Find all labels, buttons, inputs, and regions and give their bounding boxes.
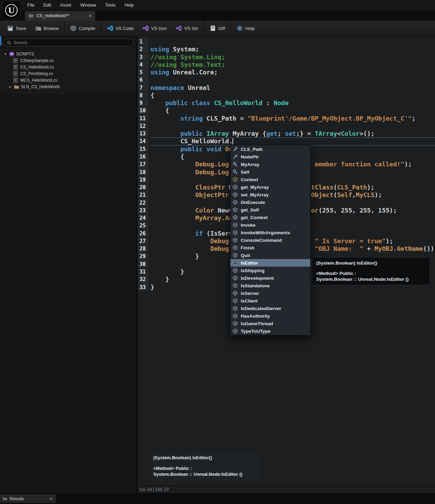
code-line-12[interactable]: 12: [138, 122, 435, 130]
code-line-6[interactable]: 6: [138, 76, 435, 84]
autocomplete-item-isgamethread[interactable]: IsGameThread: [230, 320, 310, 327]
menu-window[interactable]: Window: [76, 0, 101, 10]
autocomplete-item-cls_path[interactable]: CLS_Path: [230, 145, 310, 153]
autocomplete-label: NodePtr: [241, 154, 259, 160]
results-tab[interactable]: Results ✕: [0, 494, 56, 503]
autocomplete-item-isserver[interactable]: IsServer: [230, 289, 310, 297]
code-line-9[interactable]: 9 public class CS_HelloWorld : Node: [138, 99, 435, 107]
diff-button[interactable]: Diff: [205, 21, 229, 36]
autocomplete-item-isdevelopment[interactable]: IsDevelopment: [230, 274, 310, 282]
code-line-13[interactable]: 13 public IArray MyArray {get; set;} = T…: [138, 130, 435, 137]
method-icon: [232, 313, 238, 319]
autocomplete-item-get_context[interactable]: get_Context: [230, 214, 310, 221]
autocomplete-item-set_myarray[interactable]: set_MyArray: [230, 191, 310, 198]
browse-label: Browse: [44, 26, 59, 31]
code-text: using Unreal.Core;: [151, 69, 435, 76]
cs-file-icon: [13, 58, 18, 63]
save-button[interactable]: Save: [3, 21, 31, 36]
search-icon: [7, 41, 11, 45]
tree-file-item[interactable]: MCS_HelloWorld.cs: [0, 77, 136, 83]
code-line-5[interactable]: 5using Unreal.Core;: [138, 69, 435, 76]
code-line-14[interactable]: 14 CS_HelloWorld.: [138, 137, 435, 145]
autocomplete-item-invoke[interactable]: Invoke: [230, 221, 310, 229]
help-icon: [237, 25, 243, 31]
vscode-button[interactable]: VS Code: [103, 21, 138, 36]
autocomplete-item-isshipping[interactable]: IsShipping: [230, 267, 310, 274]
autocomplete-label: get_MyArray: [241, 185, 269, 190]
autocomplete-item-myarray[interactable]: MyArray: [230, 161, 310, 168]
field-icon: [232, 154, 238, 160]
autocomplete-label: get_Context: [241, 215, 268, 220]
line-number: 28: [138, 245, 148, 253]
help-button[interactable]: Help: [232, 21, 259, 36]
autocomplete-item-isstandalone[interactable]: IsStandalone: [230, 282, 310, 289]
cursor-position: Ln: 14 | Col: 17: [140, 487, 169, 492]
autocomplete-item-isclient[interactable]: IsClient: [230, 297, 310, 305]
line-number: 20: [138, 184, 148, 191]
menu-tools[interactable]: Tools: [101, 0, 120, 10]
tree-folder-item[interactable]: ▸SLN_CS_HelloWorld: [0, 83, 136, 90]
vssln-button[interactable]: VS Sln: [171, 21, 203, 36]
autocomplete-item-isdedicatedserver[interactable]: IsDedicatedServer: [230, 305, 310, 312]
autocomplete-item-typetoutype[interactable]: TypeToUType: [230, 327, 310, 335]
tree-file-item[interactable]: CS_HelloWorld.cs: [0, 64, 136, 70]
autocomplete-item-quit[interactable]: Quit: [230, 251, 310, 259]
menu-edit[interactable]: Edit: [39, 0, 55, 10]
code-text: public class CS_HelloWorld : Node: [151, 99, 435, 107]
chevron-right-icon[interactable]: ▸: [8, 85, 12, 89]
chevron-down-icon[interactable]: ▾: [3, 52, 7, 56]
line-number: 25: [138, 222, 148, 229]
line-number: 33: [138, 284, 148, 291]
vssln-label: VS Sln: [184, 26, 198, 31]
close-icon[interactable]: ✕: [50, 496, 53, 501]
code-line-11[interactable]: 11 string CLS_Path = "Blueprint'/Game/BP…: [138, 115, 435, 122]
tab-cs-helloworld[interactable]: C# CS_HelloWorld** ✕: [25, 11, 95, 21]
search-input[interactable]: [13, 40, 130, 45]
browse-button[interactable]: Browse: [31, 21, 63, 36]
autocomplete-label: IsDedicatedServer: [241, 306, 281, 311]
line-number: 12: [138, 122, 148, 130]
code-line-8[interactable]: 8{: [138, 92, 435, 99]
code-line-7[interactable]: 7namespace Unreal: [138, 84, 435, 92]
toolbar-separator: [101, 21, 102, 36]
code-text: using System;: [151, 45, 435, 53]
autocomplete-item-invokewitharguments[interactable]: InvokeWithArguments: [230, 229, 310, 236]
method-icon: [232, 192, 238, 197]
autocomplete-item-context[interactable]: Context: [230, 176, 310, 183]
autocomplete-label: get_Self: [241, 207, 259, 213]
autocomplete-item-get_self[interactable]: get_Self: [230, 206, 310, 214]
menu-file[interactable]: File: [23, 0, 39, 10]
menu-asset[interactable]: Asset: [55, 0, 76, 10]
method-icon: [232, 283, 238, 288]
tree-file-item[interactable]: CSharpSample.cs: [0, 57, 136, 64]
code-text: namespace Unreal: [151, 84, 435, 92]
signature-help-modifier: <Method> Public :: [153, 466, 257, 471]
code-line-2[interactable]: 2using System;: [138, 45, 435, 53]
autocomplete-item-nodeptr[interactable]: NodePtr: [230, 153, 310, 161]
compile-button[interactable]: Compile: [66, 21, 100, 36]
vsgen-button[interactable]: VS Gen: [138, 21, 172, 36]
code-line-3[interactable]: 3//using System.Linq;: [138, 53, 435, 61]
autocomplete-item-iseditor[interactable]: IsEditor: [230, 259, 310, 267]
code-line-10[interactable]: 10 {: [138, 107, 435, 114]
autocomplete-item-onexecute[interactable]: OnExecute: [230, 198, 310, 206]
autocomplete-item-hasauthority[interactable]: HasAuthority: [230, 312, 310, 320]
tree-root-scripts[interactable]: ▾C#SCRIPTS: [0, 51, 136, 57]
autocomplete-item-get_myarray[interactable]: get_MyArray: [230, 183, 310, 191]
autocomplete-item-finish[interactable]: Finish: [230, 244, 310, 251]
menu-help[interactable]: Help: [120, 0, 138, 10]
line-number: 29: [138, 253, 148, 260]
tree-file-item[interactable]: CS_PrintString.cs: [0, 70, 136, 77]
search-box[interactable]: [3, 39, 134, 47]
autocomplete-item-consolecommand[interactable]: ConsoleCommand: [230, 236, 310, 244]
line-number: 2: [138, 45, 148, 53]
toolbar-separator: [230, 21, 231, 36]
code-line-4[interactable]: 4//using System.Text;: [138, 61, 435, 69]
tooltip-definition: System.Boolean :: Unreal.Node:IsEditor (…: [316, 277, 426, 282]
method-icon: [232, 298, 238, 304]
close-icon[interactable]: ✕: [89, 13, 92, 18]
unreal-logo: U: [2, 1, 21, 20]
code-line-1[interactable]: 1: [138, 38, 435, 45]
autocomplete-item-self[interactable]: Self: [230, 168, 310, 176]
scripts-sidebar: ▾C#SCRIPTSCSharpSample.csCS_HelloWorld.c…: [0, 36, 137, 493]
